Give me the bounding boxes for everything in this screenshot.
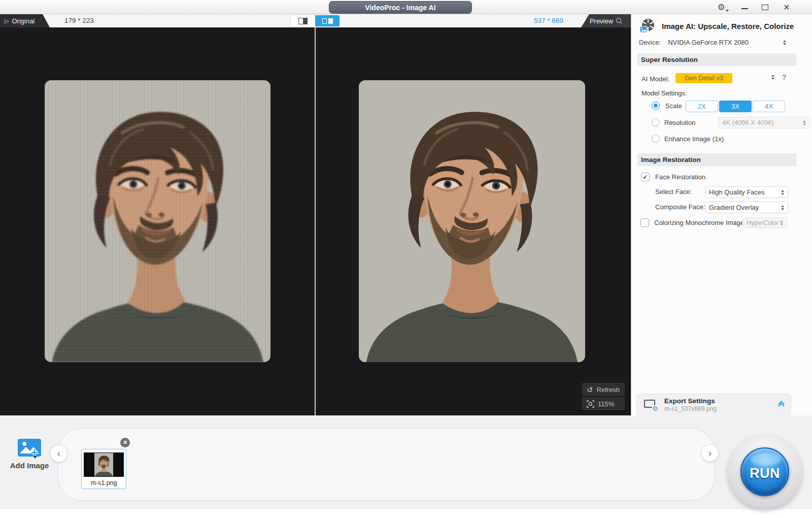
device-label: Device:: [639, 39, 661, 46]
refresh-icon: ↺: [587, 386, 593, 394]
composite-face-select[interactable]: Gradient Overlay: [705, 202, 788, 213]
face-restoration-checkbox[interactable]: ✓: [641, 173, 650, 181]
scale-radio[interactable]: [652, 102, 660, 110]
export-gear-icon: ⚙: [652, 405, 658, 412]
app-window: VideoProc - Image AI ⚙ ✕ ▷ Original 179 …: [0, 0, 812, 518]
device-updown-icon[interactable]: [783, 40, 786, 45]
minimize-icon: [741, 8, 748, 9]
zoom-magnifier-icon: [587, 400, 594, 408]
add-image-button[interactable]: Add Image: [9, 439, 50, 470]
magnifier-icon: [616, 18, 622, 24]
scroll-right-button[interactable]: ›: [701, 444, 719, 462]
ai-model-label: AI Model:: [641, 75, 669, 83]
refresh-label: Refresh: [597, 386, 620, 394]
section-super-resolution: Super Resolution: [637, 53, 796, 66]
face-restoration-label: Face Restoration: [655, 173, 705, 181]
resolution-radio[interactable]: [652, 118, 660, 126]
preview-stage: ↺ Refresh 115%: [0, 27, 631, 415]
maximize-icon: [762, 5, 768, 10]
panel-header: Image AI: Upscale, Restore, Colorize: [639, 18, 794, 34]
device-row: Device: NVIDIA GeForce RTX 2080: [639, 39, 806, 46]
resolution-select[interactable]: 4K (4096 X 4096): [718, 117, 810, 128]
ai-model-row: AI Model: Gen Detail v3 ?: [641, 74, 799, 84]
original-tab-label: Original: [12, 17, 35, 25]
export-texts: Export Settings m-s1_537x669.png: [664, 397, 717, 412]
ai-model-updown-icon[interactable]: [771, 75, 774, 80]
composite-face-value: Gradient Overlay: [709, 204, 759, 211]
enhance-row: Enhance Image (1x): [652, 135, 724, 143]
export-settings-title: Export Settings: [664, 397, 717, 405]
image-thumbnail[interactable]: m-s1.png: [81, 449, 126, 489]
device-select[interactable]: NVIDIA GeForce RTX 2080: [668, 39, 749, 46]
composite-face-label: Composite Face:: [655, 203, 705, 211]
colorize-select[interactable]: HyperColor: [742, 217, 787, 228]
select-face-value: High Quality Faces: [709, 188, 765, 196]
colorize-checkbox[interactable]: [640, 218, 649, 227]
colorize-row: Colorizing Monochrome Image: HyperColor: [640, 218, 798, 227]
window-title-text: VideoProc - Image AI: [365, 4, 435, 12]
minimize-button[interactable]: [736, 0, 753, 14]
preview-toolbar: ▷ Original 179 * 223 537 * 669 Preview: [0, 14, 631, 27]
scale-2x-button[interactable]: 2X: [686, 101, 718, 112]
chevron-left-icon: ‹: [57, 448, 60, 459]
gear-icon: ⚙: [717, 2, 725, 13]
tab-original[interactable]: ▷ Original: [0, 14, 50, 27]
tab-preview[interactable]: Preview: [581, 14, 631, 27]
super-resolution-header: Super Resolution: [641, 56, 698, 63]
select-face-row: Select Face: High Quality Faces: [655, 188, 796, 196]
single-view-icon: [298, 18, 308, 24]
export-filename: m-s1_537x669.png: [664, 405, 717, 412]
split-view-icon: [322, 18, 333, 24]
scroll-left-button[interactable]: ‹: [50, 445, 67, 462]
enhanced-image[interactable]: [359, 80, 585, 362]
resolution-label: Resolution: [664, 119, 695, 126]
resolution-value: 4K (4096 X 4096): [722, 119, 774, 126]
settings-button[interactable]: ⚙: [713, 0, 730, 14]
resolution-updown-icon: [803, 120, 806, 125]
composite-face-updown-icon: [781, 205, 784, 210]
media-tray: [58, 428, 715, 501]
run-button-gloss: [751, 452, 781, 466]
scale-label: Scale: [665, 102, 682, 110]
thumbnail-close-button[interactable]: ✕: [120, 438, 130, 447]
run-button-bezel: RUN: [728, 435, 802, 509]
view-mode-toggle: [291, 15, 340, 26]
zoom-level-button[interactable]: 115%: [582, 397, 625, 410]
section-image-restoration: Image Restoration: [637, 153, 796, 166]
maximize-button[interactable]: [756, 0, 773, 14]
model-settings-label: Model Settings:: [641, 89, 687, 97]
select-face-label: Select Face:: [655, 188, 692, 196]
enhance-label: Enhance Image (1x): [664, 135, 724, 143]
select-face-updown-icon: [781, 190, 784, 195]
original-image[interactable]: [45, 80, 270, 362]
thumbnail-image: [84, 452, 124, 477]
settings-panel: Image AI: Upscale, Restore, Colorize Dev…: [631, 14, 812, 415]
original-size-label: 179 * 223: [64, 17, 94, 24]
result-size-label: 537 * 669: [534, 17, 563, 24]
single-view-button[interactable]: [291, 15, 315, 26]
image-ai-icon: [639, 18, 656, 34]
export-settings-card[interactable]: ⚙ Export Settings m-s1_537x669.png: [636, 394, 791, 416]
face-restoration-row: ✓ Face Restoration: [641, 173, 705, 181]
export-collapse-button[interactable]: [779, 402, 784, 408]
refresh-button[interactable]: ↺ Refresh: [582, 383, 625, 396]
image-restoration-header: Image Restoration: [641, 156, 701, 164]
thumbnail-close-icon: ✕: [123, 439, 127, 446]
scale-row: Scale 2X 3X 4X: [652, 102, 682, 110]
enhance-radio[interactable]: [652, 135, 660, 143]
select-face-select[interactable]: High Quality Faces: [705, 186, 788, 198]
play-icon: ▷: [5, 18, 9, 24]
ai-model-select[interactable]: Gen Detail v3: [675, 73, 732, 83]
scale-options: 2X 3X 4X: [686, 101, 785, 112]
ai-model-help-button[interactable]: ?: [782, 73, 787, 81]
run-button[interactable]: RUN: [740, 447, 789, 496]
split-divider[interactable]: [315, 27, 316, 415]
scale-4x-button[interactable]: 4X: [753, 101, 785, 112]
window-title: VideoProc - Image AI: [329, 1, 472, 14]
split-view-button[interactable]: [315, 15, 340, 26]
chevron-right-icon: ›: [708, 447, 712, 459]
thumbnail-filename: m-s1.png: [82, 479, 126, 487]
close-button[interactable]: ✕: [777, 0, 796, 14]
composite-face-row: Composite Face: Gradient Overlay: [655, 203, 796, 211]
scale-3x-button[interactable]: 3X: [719, 101, 752, 112]
